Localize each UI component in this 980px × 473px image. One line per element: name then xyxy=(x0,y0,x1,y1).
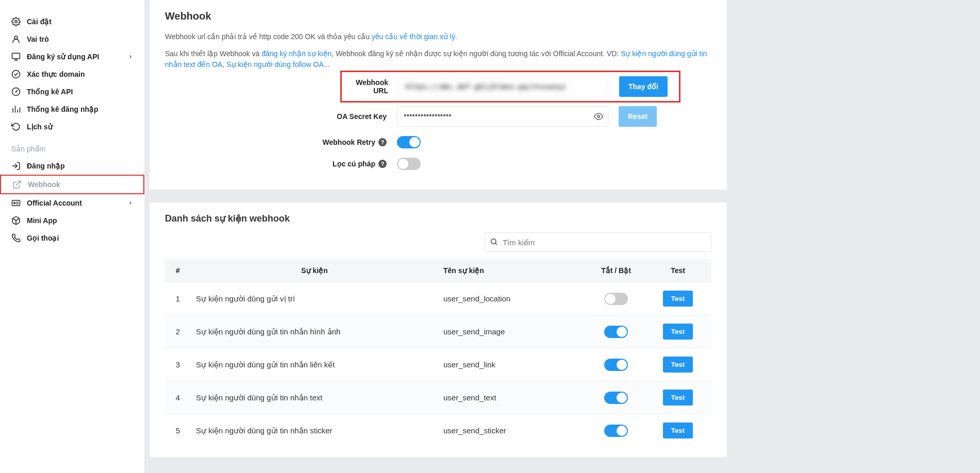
phone-icon xyxy=(11,233,21,243)
eye-icon[interactable] xyxy=(594,112,603,121)
signin-icon xyxy=(11,161,21,171)
gear-icon xyxy=(11,17,21,26)
search-input[interactable] xyxy=(485,232,711,252)
row-event: Sự kiện người dùng gửi tin nhắn sticker xyxy=(191,414,438,447)
sidebar-item-label: Vai trò xyxy=(27,35,49,43)
svg-line-21 xyxy=(495,243,497,245)
svg-point-0 xyxy=(15,21,18,23)
table-row: 3Sự kiện người dùng gửi tin nhắn liên kế… xyxy=(165,348,711,381)
test-button[interactable]: Test xyxy=(663,324,693,340)
svg-point-7 xyxy=(15,91,16,92)
svg-point-1 xyxy=(14,36,18,39)
col-idx: # xyxy=(165,259,191,282)
sidebar-item-oa[interactable]: Official Account xyxy=(0,194,144,212)
sidebar-item-label: Gọi thoại xyxy=(27,234,59,242)
sidebar-item-roles[interactable]: Vai trò xyxy=(0,30,144,48)
sidebar-item-webhook[interactable]: Webhook xyxy=(0,175,144,194)
chevron-right-icon xyxy=(128,54,133,59)
table-row: 1Sự kiện người dùng gửi vị tríuser_send_… xyxy=(165,282,711,315)
check-icon xyxy=(11,70,21,79)
barchart-icon xyxy=(11,105,21,114)
sidebar-section-label: Sản phẩm xyxy=(0,136,144,157)
row-event: Sự kiện người dùng gửi tin nhắn text xyxy=(191,381,438,414)
search-wrap xyxy=(485,232,711,252)
svg-point-19 xyxy=(597,115,600,118)
sidebar-item-domain-auth[interactable]: Xác thực domain xyxy=(0,65,144,83)
help-icon[interactable]: ? xyxy=(378,138,387,146)
help-icon[interactable]: ? xyxy=(378,160,387,168)
info-text: Webhook url cần phải trả về http code 20… xyxy=(165,32,372,41)
event-toggle[interactable] xyxy=(604,359,628,371)
col-event: Sự kiện xyxy=(191,259,438,282)
secret-key-input[interactable] xyxy=(397,106,608,127)
webhook-retry-toggle[interactable] xyxy=(397,136,421,148)
history-icon xyxy=(11,122,21,131)
svg-line-13 xyxy=(16,181,21,185)
event-toggle[interactable] xyxy=(604,293,628,305)
sidebar-item-label: Mini App xyxy=(27,216,57,225)
event-toggle[interactable] xyxy=(604,326,628,338)
row-name: user_send_link xyxy=(438,348,588,381)
webhook-url-input[interactable] xyxy=(398,76,610,97)
chevron-right-icon xyxy=(128,200,133,206)
sidebar-item-label: Đăng ký sử dụng API xyxy=(27,53,99,61)
test-button[interactable]: Test xyxy=(663,291,693,307)
sidebar-item-label: Xác thực domain xyxy=(27,70,85,78)
test-button[interactable]: Test xyxy=(663,390,693,406)
test-button[interactable]: Test xyxy=(663,357,693,373)
sidebar-item-login-stats[interactable]: Thống kê đăng nhập xyxy=(0,100,144,118)
sidebar-item-label: Cài đặt xyxy=(27,18,52,26)
col-name: Tên sự kiện xyxy=(438,259,588,282)
webhook-url-label: Webhook URL xyxy=(342,78,398,95)
event-toggle[interactable] xyxy=(604,425,628,437)
info-text: , Webhook đăng ký sẽ nhận được sự kiện n… xyxy=(331,49,621,58)
row-index: 5 xyxy=(165,414,191,447)
row-index: 1 xyxy=(165,282,191,315)
sidebar-item-label: Official Account xyxy=(27,199,82,207)
col-toggle: Tắt / Bật xyxy=(588,259,644,282)
svg-rect-2 xyxy=(12,53,20,59)
sidebar-item-settings[interactable]: Cài đặt xyxy=(0,13,144,30)
events-table: # Sự kiện Tên sự kiện Tắt / Bật Test 1Sự… xyxy=(165,259,711,447)
sidebar-item-voice[interactable]: Gọi thoại xyxy=(0,229,144,247)
link-timing[interactable]: yêu cầu về thời gian xử lý. xyxy=(372,32,457,41)
row-index: 2 xyxy=(165,315,191,348)
test-button[interactable]: Test xyxy=(663,423,693,438)
secret-key-label: OA Secret Key xyxy=(201,112,397,121)
main: Webhook Webhook url cần phải trả về http… xyxy=(144,0,732,473)
search-icon xyxy=(490,238,498,246)
sidebar: Cài đặtVai tròĐăng ký sử dụng APIXác thự… xyxy=(0,0,144,473)
sidebar-item-label: Thống kê đăng nhập xyxy=(27,105,98,113)
row-name: user_send_image xyxy=(438,315,588,348)
event-toggle[interactable] xyxy=(604,392,628,404)
label-text: Webhook Retry xyxy=(323,138,375,146)
sidebar-item-label: Thống kê API xyxy=(27,88,73,96)
syntax-filter-toggle[interactable] xyxy=(397,158,421,170)
sidebar-item-miniapp[interactable]: Mini App xyxy=(0,212,144,229)
cube-icon xyxy=(11,216,21,225)
webhook-settings-card: Webhook Webhook url cần phải trả về http… xyxy=(150,0,727,190)
info-text: ... xyxy=(324,60,330,69)
link-subscribe[interactable]: đăng ký nhận sự kiện xyxy=(261,49,331,58)
sidebar-item-login[interactable]: Đăng nhập xyxy=(0,157,144,175)
link-example-follow[interactable]: Sự kiện người dùng follow OA xyxy=(226,60,324,69)
sidebar-item-label: Webhook xyxy=(28,180,60,189)
row-index: 4 xyxy=(165,381,191,414)
sidebar-item-api-stats[interactable]: Thống kê API xyxy=(0,83,144,100)
external-icon xyxy=(12,180,22,189)
info-text: Sau khi thiết lập Webhook và xyxy=(165,49,261,58)
sidebar-item-history[interactable]: Lịch sử xyxy=(0,118,144,136)
events-heading: Danh sách sự kiện webhook xyxy=(165,213,711,224)
id-icon xyxy=(11,198,21,208)
row-index: 3 xyxy=(165,348,191,381)
info-line-1: Webhook url cần phải trả về http code 20… xyxy=(165,31,711,42)
label-text: Lọc cú pháp xyxy=(333,160,375,168)
row-event: Sự kiện người dùng gửi tin nhắn hình ảnh xyxy=(191,315,438,348)
change-url-button[interactable]: Thay đổi xyxy=(619,76,668,97)
sidebar-item-label: Lịch sử xyxy=(27,123,53,131)
syntax-filter-label: Lọc cú pháp ? xyxy=(201,160,397,168)
sidebar-item-api-register[interactable]: Đăng ký sử dụng API xyxy=(0,48,144,65)
row-event: Sự kiện người dùng gửi tin nhắn liên kết xyxy=(191,348,438,381)
info-line-2: Sau khi thiết lập Webhook và đăng ký nhậ… xyxy=(165,48,711,70)
reset-secret-button[interactable]: Reset xyxy=(619,106,657,127)
